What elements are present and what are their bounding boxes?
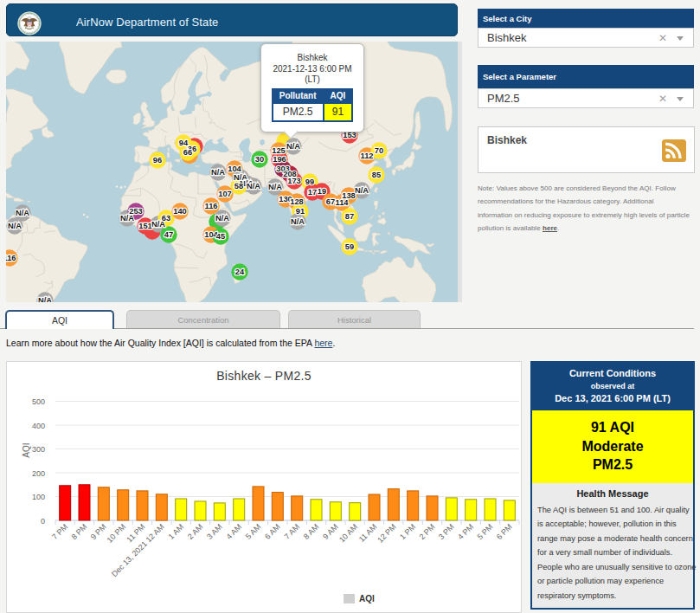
svg-text:107: 107 bbox=[218, 190, 232, 198]
svg-text:140: 140 bbox=[173, 207, 187, 216]
svg-text:3 PM: 3 PM bbox=[437, 522, 456, 541]
svg-text:196: 196 bbox=[273, 155, 286, 164]
svg-text:8 PM: 8 PM bbox=[69, 522, 88, 541]
svg-text:19: 19 bbox=[318, 187, 326, 196]
svg-text:253: 253 bbox=[129, 207, 143, 216]
svg-text:N/A: N/A bbox=[211, 168, 225, 177]
svg-text:173: 173 bbox=[287, 177, 301, 185]
svg-text:4 AM: 4 AM bbox=[225, 522, 244, 541]
svg-text:400: 400 bbox=[32, 422, 45, 430]
svg-text:104: 104 bbox=[228, 165, 241, 173]
svg-text:112: 112 bbox=[361, 152, 374, 160]
svg-text:114: 114 bbox=[336, 198, 350, 207]
svg-text:85: 85 bbox=[372, 171, 381, 179]
svg-text:63: 63 bbox=[162, 214, 170, 223]
svg-text:N/A: N/A bbox=[38, 296, 52, 302]
svg-text:200: 200 bbox=[32, 469, 45, 478]
svg-text:87: 87 bbox=[345, 212, 354, 221]
svg-text:300: 300 bbox=[32, 445, 45, 454]
svg-text:24: 24 bbox=[235, 268, 245, 276]
svg-text:116: 116 bbox=[6, 254, 16, 262]
svg-text:3 AM: 3 AM bbox=[205, 522, 224, 541]
svg-text:N/A: N/A bbox=[8, 222, 22, 230]
svg-text:N/A: N/A bbox=[215, 214, 229, 223]
svg-text:6 PM: 6 PM bbox=[495, 522, 514, 541]
svg-text:125: 125 bbox=[272, 146, 286, 155]
svg-text:10 PM: 10 PM bbox=[106, 522, 127, 544]
svg-text:N/A: N/A bbox=[268, 183, 282, 191]
svg-text:6 AM: 6 AM bbox=[263, 522, 282, 541]
svg-text:45: 45 bbox=[216, 232, 225, 241]
svg-text:0: 0 bbox=[41, 517, 45, 526]
svg-text:N/A: N/A bbox=[355, 186, 369, 195]
svg-text:47: 47 bbox=[164, 230, 173, 239]
svg-text:12 PM: 12 PM bbox=[376, 522, 397, 544]
svg-text:100: 100 bbox=[32, 493, 45, 501]
svg-text:66: 66 bbox=[183, 148, 192, 157]
svg-text:58: 58 bbox=[234, 182, 243, 190]
svg-text:70: 70 bbox=[375, 146, 383, 155]
svg-text:30: 30 bbox=[255, 155, 264, 164]
svg-text:500: 500 bbox=[32, 397, 45, 406]
svg-text:N/A: N/A bbox=[286, 142, 300, 151]
svg-text:N/A: N/A bbox=[247, 182, 260, 190]
svg-text:2 AM: 2 AM bbox=[186, 522, 205, 541]
svg-text:151: 151 bbox=[138, 222, 152, 230]
svg-text:96: 96 bbox=[153, 156, 162, 165]
svg-text:2 PM: 2 PM bbox=[417, 522, 436, 541]
svg-text:1 AM: 1 AM bbox=[167, 522, 186, 541]
svg-text:91: 91 bbox=[296, 207, 305, 216]
svg-text:99: 99 bbox=[305, 177, 314, 186]
svg-text:128: 128 bbox=[290, 197, 304, 206]
svg-text:7 PM: 7 PM bbox=[50, 522, 69, 541]
svg-text:7 AM: 7 AM bbox=[283, 522, 302, 541]
svg-text:11 AM: 11 AM bbox=[357, 522, 379, 544]
svg-text:8 AM: 8 AM bbox=[302, 522, 321, 541]
svg-text:1 PM: 1 PM bbox=[398, 522, 417, 541]
svg-text:94: 94 bbox=[179, 139, 189, 147]
svg-text:67: 67 bbox=[326, 197, 335, 206]
svg-text:10 AM: 10 AM bbox=[337, 522, 359, 544]
svg-text:N/A: N/A bbox=[291, 217, 305, 226]
svg-text:17: 17 bbox=[308, 188, 317, 197]
svg-text:AQI: AQI bbox=[22, 442, 31, 457]
svg-text:4 PM: 4 PM bbox=[456, 522, 475, 541]
svg-text:116: 116 bbox=[205, 202, 218, 210]
svg-text:59: 59 bbox=[345, 242, 354, 251]
svg-text:5 PM: 5 PM bbox=[475, 522, 494, 541]
svg-text:5 AM: 5 AM bbox=[244, 522, 263, 541]
svg-text:N/A: N/A bbox=[16, 209, 29, 217]
